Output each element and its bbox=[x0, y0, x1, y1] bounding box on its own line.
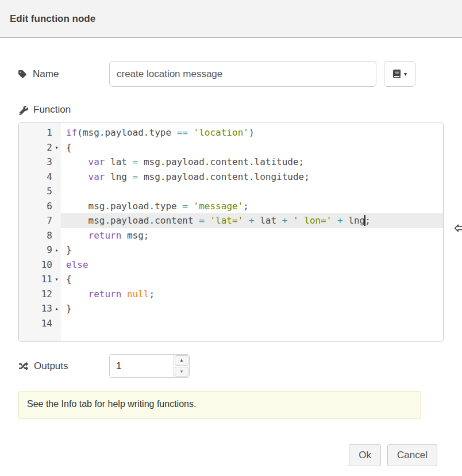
code-token: var bbox=[88, 156, 105, 167]
code-line[interactable]: return null; bbox=[61, 287, 443, 302]
code-token: msg.payload.content bbox=[66, 215, 199, 226]
code-line[interactable]: msg.payload.content = 'lat=' + lat + ' l… bbox=[61, 213, 443, 228]
code-token bbox=[188, 201, 194, 212]
code-line[interactable]: { bbox=[61, 272, 443, 287]
code-token bbox=[121, 289, 127, 300]
code-token: = bbox=[133, 171, 138, 182]
code-line[interactable] bbox=[61, 316, 443, 331]
editor-code[interactable]: if(msg.payload.type == 'location'){ var … bbox=[61, 122, 443, 341]
code-token: msg; bbox=[121, 230, 149, 241]
code-token: null bbox=[127, 289, 149, 300]
ok-button[interactable]: Ok bbox=[349, 444, 381, 466]
code-token: == bbox=[177, 127, 188, 138]
code-token: (msg.payload.type bbox=[77, 127, 176, 138]
code-line[interactable] bbox=[61, 184, 443, 199]
fold-up-icon[interactable]: ▴ bbox=[52, 305, 61, 312]
code-token: ) bbox=[249, 127, 255, 138]
caret-up-icon: ▲ bbox=[179, 358, 184, 363]
code-token bbox=[243, 215, 249, 226]
gutter-cell: 13▴ bbox=[19, 301, 61, 316]
code-token: 'location' bbox=[194, 127, 249, 138]
code-token: ' lon=' bbox=[293, 215, 332, 226]
code-line[interactable]: msg.payload.type = 'message'; bbox=[61, 199, 443, 214]
code-token: msg.payload.type bbox=[66, 201, 182, 212]
code-token: + bbox=[282, 215, 288, 226]
gutter-cell: 7 bbox=[19, 213, 61, 228]
spinner-up-button[interactable]: ▲ bbox=[175, 355, 188, 366]
code-line[interactable]: return msg; bbox=[61, 228, 443, 243]
spinner-buttons: ▲ ▼ bbox=[174, 355, 189, 377]
code-token: + bbox=[249, 215, 255, 226]
gutter-cell: 10 bbox=[19, 258, 61, 272]
code-token: ; bbox=[365, 215, 371, 226]
dialog-header: Edit function node bbox=[0, 0, 462, 38]
fold-down-icon[interactable]: ▾ bbox=[52, 144, 61, 151]
outputs-input[interactable] bbox=[110, 355, 174, 377]
code-token: lng bbox=[343, 215, 365, 226]
cancel-button[interactable]: Cancel bbox=[387, 444, 437, 466]
spinner-down-button[interactable]: ▼ bbox=[175, 367, 188, 377]
function-row: Function bbox=[18, 104, 444, 116]
wrench-icon bbox=[18, 105, 28, 115]
code-token: ; bbox=[243, 201, 249, 212]
code-editor[interactable]: 12▾3456789▴1011▾1213▴14 if(msg.payload.t… bbox=[18, 122, 444, 342]
code-token bbox=[66, 156, 88, 167]
code-token bbox=[66, 171, 88, 182]
fold-down-icon[interactable]: ▾ bbox=[52, 276, 61, 282]
code-token bbox=[287, 215, 293, 226]
code-token: } bbox=[66, 303, 72, 314]
code-line[interactable]: var lat = msg.payload.content.latitude; bbox=[61, 155, 443, 170]
editor-gutter: 12▾3456789▴1011▾1213▴14 bbox=[19, 122, 61, 341]
code-token: ; bbox=[149, 289, 155, 300]
fold-up-icon[interactable]: ▴ bbox=[52, 247, 61, 253]
function-label: Function bbox=[18, 104, 109, 116]
gutter-cell: 2▾ bbox=[19, 140, 61, 155]
code-token: msg.payload.content.latitude; bbox=[138, 156, 304, 167]
code-line[interactable]: var lng = msg.payload.content.longitude; bbox=[61, 170, 443, 185]
gutter-cell: 1 bbox=[19, 125, 61, 140]
code-token: else bbox=[66, 259, 88, 270]
gutter-cell: 8 bbox=[19, 228, 61, 243]
form-tips-text: See the Info tab for help writing functi… bbox=[27, 399, 196, 409]
code-line[interactable]: } bbox=[61, 243, 443, 258]
code-token bbox=[332, 215, 337, 226]
outputs-label: Outputs bbox=[18, 360, 109, 372]
code-token: { bbox=[66, 142, 72, 153]
name-row: Name ▾ bbox=[18, 61, 444, 87]
code-token: msg.payload.content.longitude; bbox=[138, 171, 310, 182]
gutter-cell: 12 bbox=[19, 287, 61, 302]
code-token bbox=[66, 289, 88, 300]
code-line[interactable]: else bbox=[61, 258, 443, 272]
outputs-row: Outputs ▲ ▼ bbox=[18, 354, 444, 378]
code-token: if bbox=[66, 127, 77, 138]
gutter-cell: 9▴ bbox=[19, 243, 61, 258]
dialog-footer: Ok Cancel bbox=[18, 444, 444, 466]
caret-down-icon: ▼ bbox=[179, 369, 184, 374]
dialog-body: Name ▾ Function 12▾3456789▴1011▾1213▴14 … bbox=[0, 61, 462, 466]
code-token: 'message' bbox=[194, 201, 244, 212]
code-token: lng bbox=[105, 171, 132, 182]
code-token: return bbox=[88, 230, 122, 241]
chevron-down-icon: ▾ bbox=[404, 71, 407, 77]
code-token: = bbox=[182, 201, 188, 212]
gutter-cell: 11▾ bbox=[19, 272, 61, 287]
library-button[interactable]: ▾ bbox=[384, 61, 415, 87]
code-token: } bbox=[66, 244, 72, 255]
outputs-label-text: Outputs bbox=[34, 360, 68, 372]
gutter-cell: 4 bbox=[19, 170, 61, 185]
shuffle-icon bbox=[18, 362, 29, 371]
gutter-cell: 14 bbox=[19, 316, 61, 331]
code-token: var bbox=[88, 171, 105, 182]
form-tips: See the Info tab for help writing functi… bbox=[18, 391, 421, 419]
name-input[interactable] bbox=[109, 61, 376, 87]
code-token: lat bbox=[105, 156, 132, 167]
tag-icon bbox=[18, 70, 28, 79]
code-token: = bbox=[199, 215, 205, 226]
function-label-text: Function bbox=[33, 104, 71, 116]
code-token: 'lat=' bbox=[210, 215, 243, 226]
code-token bbox=[66, 230, 88, 241]
code-line[interactable]: if(msg.payload.type == 'location') bbox=[61, 125, 443, 140]
code-token: = bbox=[133, 156, 138, 167]
code-line[interactable]: { bbox=[61, 140, 443, 155]
code-line[interactable]: } bbox=[61, 301, 443, 316]
